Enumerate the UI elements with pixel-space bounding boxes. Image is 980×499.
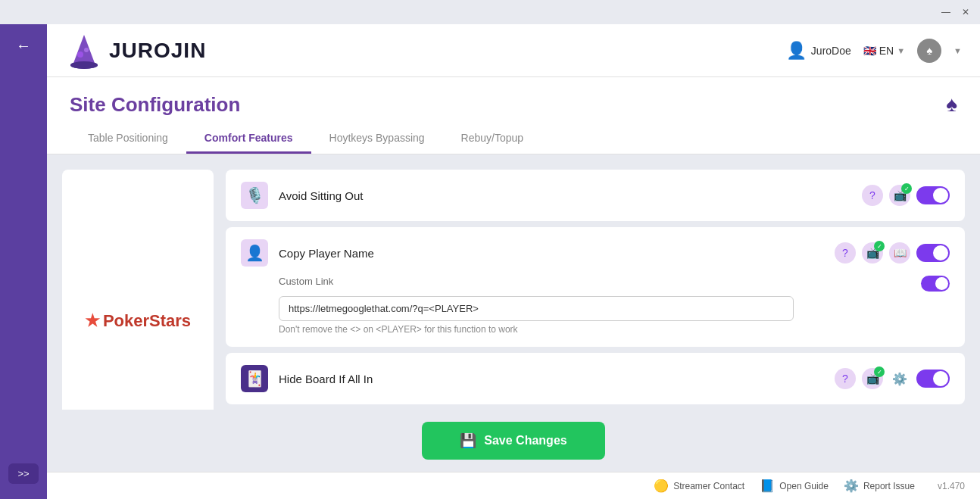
- settings-panel: 🎙️ Avoid Sitting Out ? 📺 ✓: [226, 170, 965, 410]
- toggle-knob-custom-link: [935, 277, 948, 290]
- chevron-down-icon-2: ▼: [953, 46, 962, 55]
- save-icon: 💾: [460, 432, 476, 449]
- check-badge-hide-board: ✓: [874, 366, 885, 377]
- save-label: Save Changes: [484, 434, 566, 448]
- settings-icon-hide-board[interactable]: ⚙️: [889, 368, 910, 389]
- custom-link-section: Custom Link Don't remove the <> on <PLAY…: [241, 276, 950, 335]
- report-issue-label: Report Issue: [863, 481, 915, 491]
- app-header: JUROJIN 👤 JuroDoe 🇬🇧 EN ▼ ♠ ▼: [47, 24, 980, 77]
- site-logo: ★ PokerStars: [85, 311, 191, 331]
- user-avatar-icon: 👤: [786, 41, 807, 61]
- spade-icon: ♠: [946, 92, 957, 117]
- user-info: 👤 JuroDoe: [786, 41, 851, 61]
- feature-copy-player-name: 👤 Copy Player Name ? 📺 ✓ 📖: [226, 227, 965, 347]
- lang-selector[interactable]: 🇬🇧 EN ▼: [863, 45, 905, 57]
- logo-area: JUROJIN: [65, 32, 206, 70]
- open-guide-item[interactable]: 📘 Open Guide: [760, 479, 829, 493]
- check-badge-avoid: ✓: [901, 183, 912, 194]
- status-bar: 🟡 Streamer Contact 📘 Open Guide ⚙️ Repor…: [47, 472, 980, 499]
- open-guide-icon: 📘: [760, 479, 775, 493]
- footer: 💾 Save Changes: [47, 410, 980, 472]
- minimize-button[interactable]: —: [939, 5, 953, 19]
- site-panel: ★ PokerStars: [62, 170, 214, 410]
- help-icon-avoid[interactable]: ?: [862, 185, 883, 206]
- open-guide-label: Open Guide: [779, 481, 829, 491]
- hide-board-controls: ? 📺 ✓ ⚙️: [835, 368, 950, 389]
- page-header: Site Configuration ♠ Table Positioning C…: [47, 77, 980, 154]
- toggle-knob-hide-board: [933, 371, 948, 386]
- page-title: Site Configuration: [70, 93, 240, 117]
- version-text: v1.470: [938, 481, 965, 491]
- check-badge-copy: ✓: [874, 241, 885, 251]
- help-icon-hide-board[interactable]: ?: [835, 368, 856, 389]
- save-changes-button[interactable]: 💾 Save Changes: [422, 422, 604, 460]
- close-button[interactable]: ✕: [959, 5, 972, 19]
- avoid-sitting-out-controls: ? 📺 ✓: [862, 185, 950, 206]
- toggle-custom-link[interactable]: [921, 276, 950, 292]
- report-issue-item[interactable]: ⚙️ Report Issue: [844, 479, 915, 493]
- header-right: 👤 JuroDoe 🇬🇧 EN ▼ ♠ ▼: [786, 39, 962, 63]
- streamer-contact-label: Streamer Contact: [673, 481, 744, 491]
- tab-table-positioning[interactable]: Table Positioning: [70, 124, 186, 154]
- streamer-contact-icon: 🟡: [654, 479, 669, 493]
- avoid-sitting-out-icon: 🎙️: [241, 182, 268, 209]
- tab-comfort-features[interactable]: Comfort Features: [186, 124, 311, 154]
- custom-link-hint: Don't remove the <> on <PLAYER> for this…: [279, 324, 950, 335]
- pokerstars-star-icon: ★: [85, 311, 100, 331]
- toggle-copy-player-name[interactable]: [916, 244, 950, 262]
- svg-point-3: [84, 48, 89, 52]
- report-issue-icon: ⚙️: [844, 479, 859, 493]
- copy-player-name-label: Copy Player Name: [279, 247, 824, 260]
- hide-board-label: Hide Board If All In: [279, 373, 824, 385]
- svg-point-2: [77, 51, 83, 58]
- toggle-hide-board[interactable]: [916, 370, 950, 388]
- expand-button[interactable]: >>: [8, 463, 38, 484]
- book-icon-copy[interactable]: 📖: [889, 242, 910, 264]
- tab-hoytkeys-bypassing[interactable]: Hoytkeys Bypassing: [311, 124, 443, 154]
- title-bar: — ✕: [0, 0, 980, 24]
- copy-player-name-icon: 👤: [241, 239, 268, 267]
- custom-link-label: Custom Link: [279, 276, 333, 287]
- video-wrap-avoid: 📺 ✓: [889, 185, 910, 206]
- help-icon-copy[interactable]: ?: [835, 242, 856, 264]
- toggle-knob-copy: [933, 245, 948, 260]
- copy-player-name-controls: ? 📺 ✓ 📖: [835, 242, 950, 264]
- feature-avoid-sitting-out: 🎙️ Avoid Sitting Out ? 📺 ✓: [226, 170, 965, 221]
- feature-hide-board: 🃏 Hide Board If All In ? 📺 ✓ ⚙️: [226, 353, 965, 404]
- back-button[interactable]: ←: [10, 32, 37, 59]
- streamer-contact-item[interactable]: 🟡 Streamer Contact: [654, 479, 744, 493]
- chevron-down-icon: ▼: [897, 46, 905, 55]
- hide-board-icon: 🃏: [241, 365, 268, 392]
- account-icon[interactable]: ♠: [917, 39, 941, 63]
- content-area: ★ PokerStars 🎙️ Avoid Sitting Out ?: [47, 154, 980, 410]
- toggle-avoid-sitting-out[interactable]: [916, 186, 950, 204]
- custom-link-input[interactable]: [279, 296, 794, 321]
- user-name: JuroDoe: [811, 45, 851, 57]
- toggle-knob: [933, 188, 948, 203]
- tabs: Table Positioning Comfort Features Hoytk…: [70, 124, 957, 154]
- lang-label: EN: [879, 45, 894, 57]
- video-wrap-copy: 📺 ✓: [862, 242, 883, 264]
- site-name: PokerStars: [103, 311, 191, 331]
- flag-icon: 🇬🇧: [863, 45, 876, 57]
- avoid-sitting-out-label: Avoid Sitting Out: [279, 189, 851, 202]
- logo-text: JUROJIN: [109, 39, 206, 63]
- sidebar: ← >>: [0, 24, 47, 499]
- svg-point-4: [70, 61, 98, 69]
- tab-rebuy-topup[interactable]: Rebuy/Topup: [443, 124, 542, 154]
- logo-icon: [65, 32, 103, 70]
- video-wrap-hide-board: 📺 ✓: [862, 368, 883, 389]
